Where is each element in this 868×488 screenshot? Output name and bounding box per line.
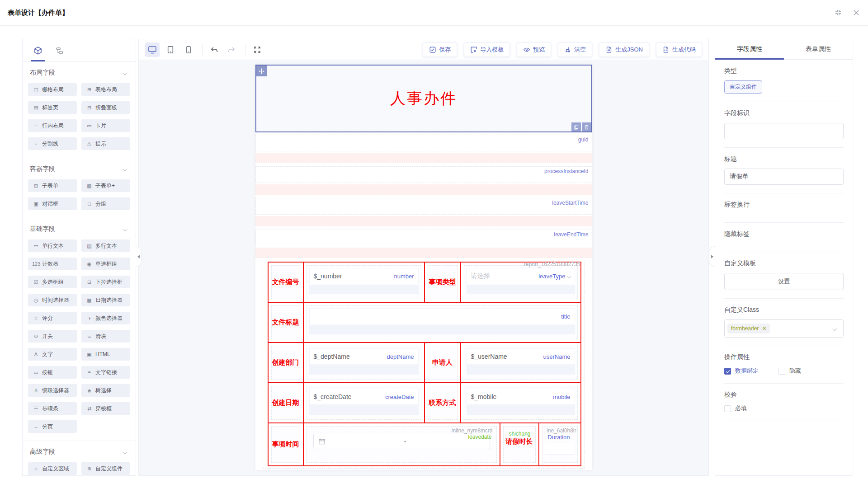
sidebar-item[interactable]: ◷ 时间选择器 <box>28 294 77 306</box>
field-label-cell[interactable]: shichang 请假时长 <box>503 426 536 463</box>
sidebar-item[interactable]: ▣ HTML <box>81 348 130 361</box>
sidebar-item[interactable]: ▭ 单行文本 <box>28 239 77 252</box>
save-button[interactable]: 保存 <box>423 42 457 57</box>
sidebar-item[interactable]: ▤ 多行文本 <box>81 239 130 252</box>
sidebar-item[interactable]: ◉ 单选框组 <box>81 258 130 270</box>
hidden-field-row[interactable]: guid <box>255 135 592 151</box>
field-label-cell[interactable]: 创建部门 <box>271 346 300 380</box>
field-input-cell[interactable]: ine_6ai0h8lr Duration <box>542 426 578 463</box>
sidebar-item[interactable]: ┄ 行内布局 <box>28 119 77 132</box>
text-input[interactable]: $_userNameuserName <box>467 348 575 365</box>
field-label-cell[interactable]: 申请人 <box>428 346 458 380</box>
clear-button[interactable]: 清空 <box>558 42 592 57</box>
data-binding-checkbox[interactable]: 数据绑定 <box>724 367 759 375</box>
close-icon[interactable] <box>852 9 860 17</box>
sidebar-item[interactable]: ⊙ 开关 <box>28 330 77 343</box>
field-input-cell[interactable]: $_mobilemobile <box>464 386 578 420</box>
field-input-cell[interactable]: title <box>307 305 578 339</box>
hidden-checkbox[interactable]: 隐藏 <box>778 367 801 375</box>
text-input[interactable]: $_deptNamedeptName <box>309 348 419 365</box>
device-mobile-button[interactable] <box>181 42 196 57</box>
field-input-cell[interactable]: $_deptNamedeptName <box>307 346 421 380</box>
text-input[interactable]: $_numbernumber <box>309 268 419 284</box>
form-header-component[interactable]: 人事办件 <box>255 65 592 132</box>
sidebar-item[interactable]: ◑ 颜色选择器 <box>81 312 130 324</box>
sidebar-item[interactable]: ▭ 卡片 <box>81 119 130 132</box>
generate-code-button[interactable]: 生成代码 <box>656 42 702 57</box>
generate-json-button[interactable]: 生成JSON <box>599 42 649 57</box>
sidebar-item[interactable]: ☰ 步骤条 <box>28 402 77 415</box>
tab-outline[interactable] <box>55 39 64 61</box>
sidebar-item[interactable]: ☆ 评分 <box>28 312 77 324</box>
sidebar-item[interactable]: ▦ 日期选择器 <box>81 294 130 306</box>
settings-button[interactable]: 设置 <box>724 273 844 290</box>
sidebar-item[interactable]: ⚠ 提示 <box>81 137 130 150</box>
sidebar-section-header[interactable]: 容器字段 <box>23 158 136 178</box>
compress-window-icon[interactable] <box>834 9 842 17</box>
field-input-cell[interactable]: 请选择leaveType <box>464 265 578 299</box>
device-tablet-button[interactable] <box>163 42 178 57</box>
sidebar-item[interactable]: 123 计数器 <box>28 258 77 270</box>
sidebar-item[interactable]: ⊞ 表格布局 <box>81 83 130 96</box>
field-label-cell[interactable]: 创建日期 <box>271 386 300 420</box>
delete-component-button[interactable] <box>582 122 591 131</box>
required-checkbox[interactable]: 必填 <box>724 404 844 413</box>
table-layout-wrapper[interactable]: report_1622518382735 文件编号 $_numbernumber… <box>263 260 585 469</box>
sidebar-item[interactable]: A 文字 <box>28 348 77 361</box>
tab-form-properties[interactable]: 表单属性 <box>784 39 853 59</box>
fullscreen-button[interactable] <box>251 43 264 56</box>
field-label-cell[interactable]: 文件标题 <box>271 305 300 339</box>
tab-field-properties[interactable]: 字段属性 <box>715 39 784 59</box>
sidebar-section-header[interactable]: 基础字段 <box>23 218 136 239</box>
sidebar-item[interactable]: ▣ 对话框 <box>28 197 77 210</box>
text-input[interactable] <box>545 442 575 455</box>
collapse-properties-handle[interactable] <box>709 246 715 267</box>
sidebar-item[interactable]: □ 分组 <box>81 197 130 210</box>
text-input[interactable]: title <box>309 308 575 324</box>
field-label-cell[interactable]: 事项类型 <box>428 265 458 299</box>
preview-button[interactable]: 预览 <box>517 42 551 57</box>
sidebar-item[interactable]: ⊟ 折叠面板 <box>81 101 130 114</box>
field-input-cell[interactable]: $_userNameuserName <box>464 346 578 380</box>
text-input[interactable]: $_mobilemobile <box>467 389 575 405</box>
device-desktop-button[interactable] <box>145 42 160 57</box>
move-handle[interactable] <box>256 66 267 76</box>
remove-class-icon[interactable]: ✕ <box>762 326 766 331</box>
sidebar-item[interactable]: ≣ 滑块 <box>81 330 130 343</box>
sidebar-item[interactable]: ≡ 分割线 <box>28 137 77 150</box>
sidebar-item[interactable]: ⊡ 下拉选择框 <box>81 276 130 288</box>
hidden-field-row[interactable]: processInstanceId <box>255 166 592 183</box>
sidebar-item[interactable]: ⌂ 自定义区域 <box>28 462 77 475</box>
field-input-cell[interactable]: $_numbernumber <box>307 265 421 299</box>
collapse-sidebar-handle[interactable] <box>136 246 142 267</box>
copy-component-button[interactable] <box>571 122 581 131</box>
daterange-cell[interactable]: inline_nym8mcrd leavedate - <box>307 426 497 463</box>
sidebar-section-header[interactable]: 布局字段 <box>23 62 136 82</box>
text-input[interactable]: $_createDatecreateDate <box>309 389 419 405</box>
sidebar-item[interactable]: ⊞ 子表单 <box>28 179 77 192</box>
sidebar-item[interactable]: ⇄ 穿梭框 <box>81 402 130 415</box>
undo-button[interactable] <box>208 43 221 56</box>
title-input[interactable] <box>724 169 844 185</box>
sidebar-item[interactable]: ⊕ 自定义组件 <box>81 462 130 475</box>
field-input-cell[interactable]: $_createDatecreateDate <box>307 386 421 420</box>
sidebar-item[interactable]: ▦ 子表单+ <box>81 179 130 192</box>
hidden-field-row[interactable]: leaveEndTime <box>255 230 592 246</box>
sidebar-item[interactable]: ⋔ 级联选择器 <box>28 384 77 397</box>
import-template-button[interactable]: 导入模板 <box>464 42 510 57</box>
field-label-cell[interactable]: 联系方式 <box>428 386 458 420</box>
field-label-cell[interactable]: 文件编号 <box>271 265 300 299</box>
select-input[interactable]: 请选择leaveType <box>467 268 575 284</box>
sidebar-item[interactable]: ☑ 多选框组 <box>28 276 77 288</box>
hidden-field-row[interactable]: leaveStartTime <box>255 198 592 215</box>
sidebar-item[interactable]: ▤ 标签页 <box>28 101 77 114</box>
sidebar-item[interactable]: ⚭ 文字链接 <box>81 366 130 379</box>
field-id-input[interactable] <box>724 123 844 139</box>
sidebar-item[interactable]: ♣ 树选择 <box>81 384 130 397</box>
redo-button[interactable] <box>225 43 238 56</box>
custom-class-select[interactable]: formheader ✕ <box>724 319 844 338</box>
sidebar-section-header[interactable]: 高级字段 <box>23 441 136 461</box>
sidebar-item[interactable]: ↔ 分页 <box>28 420 77 433</box>
sidebar-item[interactable]: ▭ 按钮 <box>28 366 77 379</box>
daterange-picker[interactable]: - <box>313 434 490 449</box>
